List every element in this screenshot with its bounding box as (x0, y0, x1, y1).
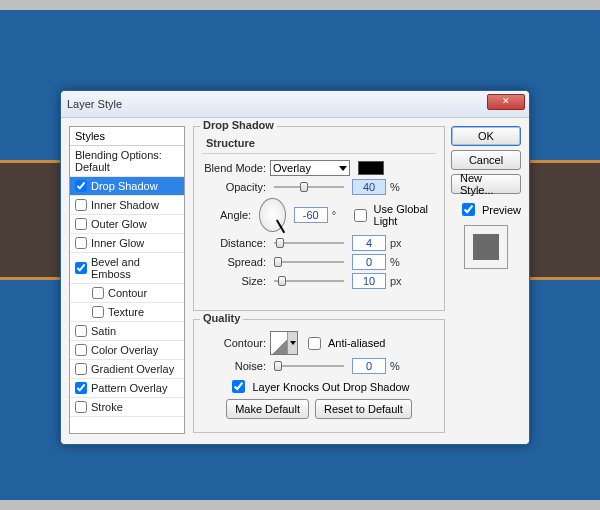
blend-mode-combo[interactable]: Overlay (270, 160, 350, 176)
style-row-texture[interactable]: Texture (70, 303, 184, 322)
use-global-light-check[interactable] (354, 209, 367, 222)
style-row-satin[interactable]: Satin (70, 322, 184, 341)
style-label: Color Overlay (91, 344, 158, 356)
preview-swatch (464, 225, 508, 269)
opacity-input[interactable] (352, 179, 386, 195)
preview-row: Preview (451, 200, 521, 219)
distance-unit: px (390, 237, 408, 249)
opacity-label: Opacity: (202, 181, 266, 193)
shadow-color-swatch[interactable] (358, 161, 384, 175)
angle-input[interactable] (294, 207, 328, 223)
new-style-button[interactable]: New Style... (451, 174, 521, 194)
contour-row: Contour: Anti-aliased (202, 331, 436, 355)
style-label: Texture (108, 306, 144, 318)
style-row-inner-shadow[interactable]: Inner Shadow (70, 196, 184, 215)
styles-list: Styles Blending Options: Default Drop Sh… (69, 126, 185, 434)
opacity-unit: % (390, 181, 408, 193)
window-title: Layer Style (67, 98, 122, 110)
style-check-pattern-overlay[interactable] (75, 382, 87, 394)
distance-row: Distance: px (202, 235, 436, 251)
spread-label: Spread: (202, 256, 266, 268)
style-check-inner-glow[interactable] (75, 237, 87, 249)
style-row-pattern-overlay[interactable]: Pattern Overlay (70, 379, 184, 398)
opacity-slider[interactable] (274, 186, 344, 188)
opacity-row: Opacity: % (202, 179, 436, 195)
size-row: Size: px (202, 273, 436, 289)
style-label: Inner Glow (91, 237, 144, 249)
structure-legend: Structure (206, 137, 436, 149)
style-check-stroke[interactable] (75, 401, 87, 413)
blend-mode-row: Blend Mode: Overlay (202, 160, 436, 176)
style-check-inner-shadow[interactable] (75, 199, 87, 211)
blend-mode-value: Overlay (273, 162, 311, 174)
cancel-button[interactable]: Cancel (451, 150, 521, 170)
drop-shadow-group: Drop Shadow Structure Blend Mode: Overla… (193, 126, 445, 311)
angle-unit: ° (332, 209, 346, 221)
defaults-row: Make Default Reset to Default (202, 399, 436, 419)
noise-row: Noise: % (202, 358, 436, 374)
preview-label: Preview (482, 204, 521, 216)
style-check-gradient-overlay[interactable] (75, 363, 87, 375)
style-row-inner-glow[interactable]: Inner Glow (70, 234, 184, 253)
distance-slider[interactable] (274, 242, 344, 244)
group-title: Drop Shadow (200, 119, 277, 131)
spread-unit: % (390, 256, 408, 268)
close-button[interactable]: ✕ (487, 94, 525, 110)
style-check-color-overlay[interactable] (75, 344, 87, 356)
style-row-bevel-emboss[interactable]: Bevel and Emboss (70, 253, 184, 284)
preview-swatch-inner (473, 234, 499, 260)
make-default-button[interactable]: Make Default (226, 399, 309, 419)
blending-options-row[interactable]: Blending Options: Default (70, 146, 184, 177)
style-row-outer-glow[interactable]: Outer Glow (70, 215, 184, 234)
style-label: Contour (108, 287, 147, 299)
style-label: Pattern Overlay (91, 382, 167, 394)
chevron-down-icon (290, 341, 296, 345)
style-label: Bevel and Emboss (91, 256, 179, 280)
style-row-gradient-overlay[interactable]: Gradient Overlay (70, 360, 184, 379)
style-check-contour[interactable] (92, 287, 104, 299)
chevron-down-icon (339, 166, 347, 171)
noise-slider[interactable] (274, 365, 344, 367)
right-button-column: OK Cancel New Style... Preview (451, 126, 521, 269)
angle-dial[interactable] (259, 198, 286, 232)
style-check-texture[interactable] (92, 306, 104, 318)
contour-picker[interactable] (270, 331, 298, 355)
knocks-out-check[interactable] (232, 380, 245, 393)
style-check-drop-shadow[interactable] (75, 180, 87, 192)
style-row-stroke[interactable]: Stroke (70, 398, 184, 417)
angle-label: Angle: (202, 209, 251, 221)
noise-input[interactable] (352, 358, 386, 374)
anti-aliased-check[interactable] (308, 337, 321, 350)
reset-default-button[interactable]: Reset to Default (315, 399, 412, 419)
settings-panel: Drop Shadow Structure Blend Mode: Overla… (193, 126, 445, 434)
spread-row: Spread: % (202, 254, 436, 270)
ok-button[interactable]: OK (451, 126, 521, 146)
titlebar[interactable]: Layer Style ✕ (61, 91, 529, 117)
knocks-out-label: Layer Knocks Out Drop Shadow (252, 381, 409, 393)
size-slider[interactable] (274, 280, 344, 282)
size-input[interactable] (352, 273, 386, 289)
divider (202, 153, 436, 154)
blend-mode-label: Blend Mode: (202, 162, 266, 174)
size-unit: px (390, 275, 408, 287)
contour-label: Contour: (202, 337, 266, 349)
style-check-outer-glow[interactable] (75, 218, 87, 230)
quality-group: Quality Contour: Anti-aliased Noise: % (193, 319, 445, 433)
style-label: Drop Shadow (91, 180, 158, 192)
style-row-drop-shadow[interactable]: Drop Shadow (70, 177, 184, 196)
quality-legend: Quality (200, 312, 243, 324)
style-check-bevel-emboss[interactable] (75, 262, 87, 274)
style-check-satin[interactable] (75, 325, 87, 337)
style-label: Gradient Overlay (91, 363, 174, 375)
preview-check[interactable] (462, 203, 475, 216)
noise-unit: % (390, 360, 408, 372)
styles-header[interactable]: Styles (70, 127, 184, 146)
distance-input[interactable] (352, 235, 386, 251)
spread-input[interactable] (352, 254, 386, 270)
style-row-contour[interactable]: Contour (70, 284, 184, 303)
size-label: Size: (202, 275, 266, 287)
contour-dropdown[interactable] (287, 332, 297, 354)
style-row-color-overlay[interactable]: Color Overlay (70, 341, 184, 360)
spread-slider[interactable] (274, 261, 344, 263)
blending-options-label: Blending Options: Default (75, 149, 179, 173)
